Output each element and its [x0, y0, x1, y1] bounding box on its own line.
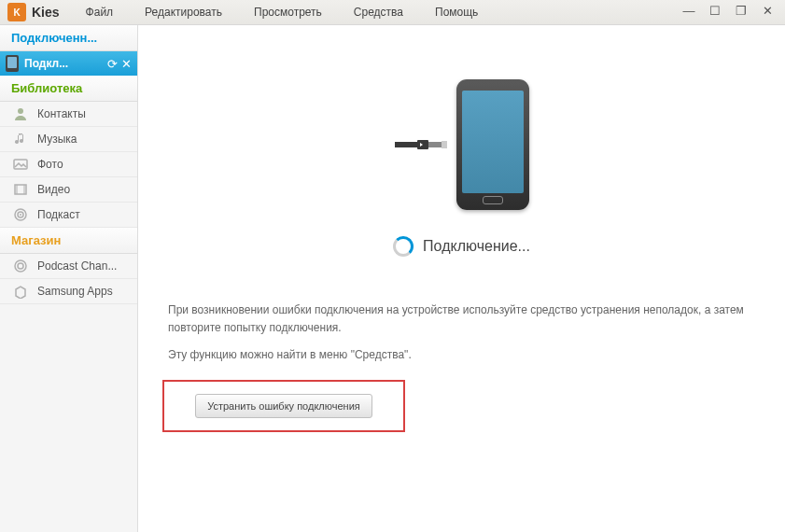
app-title: Kies [32, 5, 60, 20]
menu-view[interactable]: Просмотреть [254, 6, 322, 19]
svg-rect-10 [395, 142, 417, 147]
podcast-channel-icon [11, 258, 30, 274]
connection-status: Подключение... [423, 238, 530, 255]
titlebar: K Kies Файл Редактировать Просмотреть Ср… [0, 0, 785, 25]
info-line-2: Эту функцию можно найти в меню "Средства… [168, 346, 755, 364]
spinner-icon [393, 236, 414, 257]
sidebar-item-label: Фото [37, 158, 63, 171]
sidebar-item-label: Samsung Apps [37, 285, 113, 298]
samsung-apps-icon [11, 283, 30, 300]
contacts-icon [11, 105, 30, 122]
restore-button[interactable]: ❐ [733, 5, 750, 20]
sidebar-item-contacts[interactable]: Контакты [0, 102, 137, 127]
window-controls: — ☐ ❐ ✕ [680, 5, 785, 20]
menu-tools[interactable]: Средства [354, 6, 403, 19]
podcast-icon [11, 206, 30, 223]
refresh-icon[interactable]: ⟳ [107, 57, 118, 71]
sidebar-item-label: Музыка [37, 133, 77, 146]
disconnect-icon[interactable]: ✕ [121, 57, 132, 71]
sidebar-item-podcast-channel[interactable]: Podcast Chan... [0, 254, 137, 279]
main-panel: Подключение... При возникновении ошибки … [138, 25, 785, 532]
info-line-1: При возникновении ошибки подключения на … [168, 301, 755, 337]
sidebar-item-music[interactable]: Музыка [0, 127, 137, 152]
sidebar-device-item[interactable]: Подкл... ⟳ ✕ [0, 51, 137, 76]
sidebar-item-label: Видео [37, 183, 70, 196]
svg-point-9 [18, 263, 23, 269]
svg-point-0 [18, 108, 23, 114]
sidebar-header-library: Библиотека [0, 76, 137, 102]
sidebar-header-connected: Подключенн... [0, 25, 137, 51]
sidebar: Подключенн... Подкл... ⟳ ✕ Библиотека Ко… [0, 25, 138, 532]
sidebar-header-store: Магазин [0, 228, 137, 254]
sidebar-item-label: Подкаст [37, 208, 80, 221]
menu-edit[interactable]: Редактировать [145, 6, 222, 19]
sidebar-item-samsung-apps[interactable]: Samsung Apps [0, 279, 137, 304]
music-icon [11, 131, 30, 147]
close-button[interactable]: ✕ [759, 5, 776, 20]
sidebar-item-video[interactable]: Видео [0, 177, 137, 203]
sidebar-item-podcast[interactable]: Подкаст [0, 203, 137, 228]
highlight-annotation: Устранить ошибку подключения [162, 380, 405, 432]
app-logo: K [7, 3, 26, 21]
usb-connector-icon [395, 136, 447, 153]
menu-bar: Файл Редактировать Просмотреть Средства … [86, 6, 680, 19]
sidebar-item-label: Контакты [37, 107, 86, 120]
menu-help[interactable]: Помощь [435, 6, 478, 19]
svg-rect-13 [442, 141, 447, 148]
maximize-button[interactable]: ☐ [707, 5, 723, 20]
sidebar-item-photo[interactable]: Фото [0, 152, 137, 177]
device-name: Подкл... [24, 57, 107, 70]
sidebar-item-label: Podcast Chan... [37, 259, 117, 273]
phone-icon [6, 55, 19, 72]
svg-rect-12 [428, 142, 442, 147]
minimize-button[interactable]: — [680, 5, 697, 20]
fix-connection-button[interactable]: Устранить ошибку подключения [195, 394, 372, 418]
svg-point-8 [15, 260, 26, 272]
video-icon [11, 181, 30, 198]
phone-usb-illustration [395, 79, 529, 210]
photo-icon [11, 156, 30, 173]
info-text: При возникновении ошибки подключения на … [151, 301, 772, 374]
menu-file[interactable]: Файл [86, 6, 114, 19]
phone-illustration [456, 79, 529, 210]
svg-point-7 [20, 214, 21, 216]
